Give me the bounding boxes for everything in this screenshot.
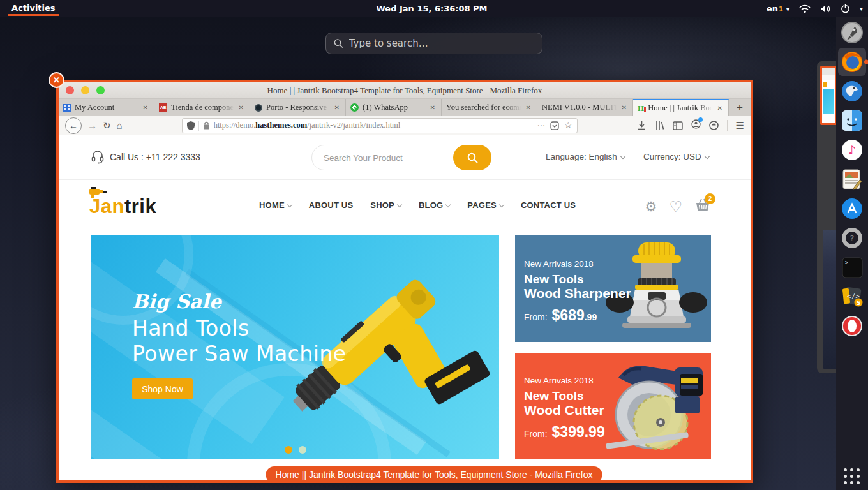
- tab-search-results[interactable]: You searched for ecommerce ✕: [442, 99, 537, 116]
- dock-firefox-icon[interactable]: [838, 48, 866, 76]
- forward-button[interactable]: →: [87, 121, 97, 130]
- language-dropdown[interactable]: Language: English: [546, 152, 625, 161]
- tab-porto[interactable]: Porto - Responsive HTML ✕: [250, 99, 346, 116]
- nav-shop[interactable]: SHOP: [370, 200, 401, 210]
- nav-home[interactable]: HOME: [259, 200, 292, 210]
- main-nav: HOME ABOUT US SHOP BLOG PAGES CONTACT US: [259, 200, 576, 210]
- bookmark-star-icon[interactable]: ☆: [564, 120, 572, 131]
- window-maximize-button[interactable]: [96, 86, 105, 94]
- pocket-icon[interactable]: [550, 121, 559, 130]
- clock[interactable]: Wed Jan 15, 6:36:08 PM: [376, 0, 487, 17]
- window-minimize-button[interactable]: [81, 86, 89, 94]
- home-button[interactable]: ⌂: [117, 121, 123, 130]
- account-icon[interactable]: [691, 119, 701, 131]
- menu-icon[interactable]: ☰: [736, 121, 744, 130]
- wifi-icon[interactable]: [799, 4, 811, 13]
- sidebar-icon[interactable]: [673, 121, 683, 130]
- headset-icon: [91, 150, 104, 164]
- window-title-toast: Home || Jantrik Bootstrap4 Template for …: [266, 466, 602, 483]
- shop-now-button[interactable]: Shop Now: [132, 378, 193, 399]
- svg-text:♪: ♪: [848, 143, 856, 157]
- dock-texteditor-icon[interactable]: [838, 165, 866, 193]
- product-search-input[interactable]: [312, 153, 453, 163]
- ghostery-icon[interactable]: [709, 121, 719, 130]
- window-close-button[interactable]: [66, 86, 74, 94]
- download-icon[interactable]: [637, 121, 647, 130]
- tab-close-icon[interactable]: ✕: [525, 103, 532, 112]
- reload-button[interactable]: ↻: [103, 121, 111, 130]
- tab-close-icon[interactable]: ✕: [237, 103, 245, 112]
- header-action-icons: ⚙ ♡ 2: [645, 198, 711, 216]
- tab-jantrik-active[interactable]: H Home | | Jantrik Boots ✕: [633, 99, 729, 116]
- dock-browser-eagle-icon[interactable]: [838, 77, 866, 105]
- keyboard-layout-indicator[interactable]: en1 ▾: [767, 4, 789, 13]
- activities-button[interactable]: Activities: [6, 1, 61, 16]
- desktop-search-input[interactable]: [349, 38, 534, 49]
- webpage: Call Us : +11 222 3333 Language: English…: [59, 135, 751, 480]
- nav-about-us[interactable]: ABOUT US: [309, 200, 354, 210]
- system-tray: en1 ▾ ▾: [767, 0, 863, 17]
- currency-dropdown[interactable]: Currency: USD: [643, 152, 709, 161]
- workspace-preview-desktop[interactable]: [823, 230, 837, 369]
- window-titlebar[interactable]: Home | | Jantrik Bootstrap4 Template for…: [59, 82, 751, 99]
- tab-whatsapp[interactable]: (1) WhatsApp ✕: [346, 99, 442, 116]
- nav-contact-us[interactable]: CONTACT US: [521, 200, 576, 210]
- power-icon[interactable]: [841, 4, 850, 13]
- card-from-label: From:: [524, 429, 548, 439]
- lock-icon[interactable]: [203, 121, 210, 130]
- tab-favicon: [255, 104, 262, 112]
- promo-card-wood-sharpener[interactable]: New Arrivals 2018 New Tools Wood Sharpen…: [515, 235, 711, 342]
- tab-close-icon[interactable]: ✕: [142, 103, 149, 112]
- site-logo[interactable]: Jantrik: [89, 195, 156, 218]
- back-button[interactable]: ←: [65, 117, 82, 134]
- library-icon[interactable]: [655, 121, 664, 130]
- volume-icon[interactable]: [820, 4, 831, 13]
- desktop-search-box[interactable]: [326, 33, 542, 54]
- search-icon: [467, 152, 478, 163]
- dock-terminal-icon[interactable]: >_: [838, 253, 866, 281]
- url-bar[interactable]: https://demo.hasthemes.com/jantrik-v2/ja…: [182, 118, 578, 133]
- tab-tienda[interactable]: AE Tienda de componentes ✕: [154, 99, 250, 116]
- promo-card-wood-cutter[interactable]: New Arrivals 2018 New Tools Wood Cutter …: [515, 353, 711, 459]
- dock-files-icon[interactable]: [838, 107, 866, 135]
- wishlist-heart-icon[interactable]: ♡: [669, 198, 682, 216]
- window-close-overlay-button[interactable]: ✕: [49, 72, 64, 88]
- dock-opera-icon[interactable]: [838, 312, 866, 340]
- tab-close-icon[interactable]: ✕: [429, 103, 437, 112]
- dock-appstore-icon[interactable]: [838, 195, 866, 223]
- dock-code-editor-icon[interactable]: </> S: [838, 283, 866, 311]
- dock-launchpad-icon[interactable]: [838, 19, 866, 47]
- tab-favicon: H: [638, 104, 644, 112]
- nav-blog[interactable]: BLOG: [419, 200, 450, 210]
- product-search-button[interactable]: [453, 145, 491, 170]
- svg-text:?: ?: [850, 234, 855, 243]
- tab-favicon: [350, 103, 359, 112]
- nav-pages[interactable]: PAGES: [467, 200, 504, 210]
- tab-nemi[interactable]: NEMI V1.0.0 - MULTI STORE ✕: [537, 99, 633, 116]
- hero-banner[interactable]: Big Sale Hand Tools Power Saw Machine Sh…: [91, 235, 499, 459]
- hero-title-2: Power Saw Machine: [132, 341, 347, 366]
- header-divider: [632, 149, 632, 166]
- cart-count-badge: 2: [705, 193, 715, 204]
- settings-gear-icon[interactable]: ⚙: [645, 199, 657, 214]
- carousel-dot-active[interactable]: [285, 446, 292, 454]
- carousel-dot[interactable]: [299, 446, 306, 454]
- hero-title-1: Hand Tools: [132, 316, 250, 341]
- workspace-preview-firefox[interactable]: [820, 66, 837, 125]
- dock-music-icon[interactable]: ♪: [838, 136, 866, 164]
- product-search[interactable]: [311, 145, 491, 170]
- cart-basket-icon[interactable]: 2: [694, 198, 711, 216]
- tab-close-icon[interactable]: ✕: [333, 103, 341, 112]
- dock-help-icon[interactable]: ?: [838, 224, 866, 252]
- tab-my-account[interactable]: My Account ✕: [59, 99, 154, 116]
- shield-icon[interactable]: [187, 121, 195, 130]
- chevron-down-icon[interactable]: ▾: [860, 5, 863, 12]
- show-applications-button[interactable]: [842, 467, 862, 486]
- tab-close-icon[interactable]: ✕: [716, 103, 724, 113]
- chevron-down-icon: [705, 153, 710, 158]
- tab-close-icon[interactable]: ✕: [620, 103, 628, 112]
- page-header-top: Call Us : +11 222 3333 Language: English…: [59, 135, 751, 180]
- page-actions-icon[interactable]: ⋯: [537, 121, 546, 131]
- new-tab-button[interactable]: +: [729, 99, 751, 116]
- search-icon: [334, 38, 343, 48]
